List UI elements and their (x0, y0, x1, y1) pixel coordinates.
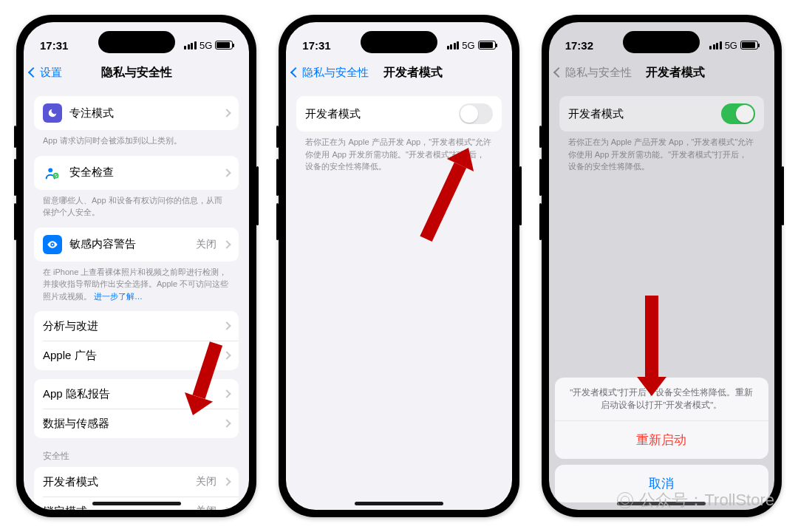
signal-icon (447, 41, 460, 50)
dynamic-island (98, 31, 175, 53)
svg-point-0 (48, 168, 52, 172)
chevron-right-icon (223, 351, 231, 359)
battery-icon (215, 41, 233, 50)
phone-2: 17:31 5G 隐私与安全性 开发者模式 开发者模式 (279, 15, 519, 517)
wechat-icon (617, 492, 633, 508)
eye-warning-icon (43, 235, 62, 254)
watermark: 公众号：TrollStore (617, 489, 774, 511)
toggle-developer-mode[interactable] (459, 103, 493, 124)
section-header-security: 安全性 (34, 438, 239, 466)
restart-button[interactable]: 重新启动 (555, 420, 768, 459)
signal-icon (184, 41, 197, 50)
row-app-privacy-report[interactable]: App 隐私报告 (34, 379, 239, 409)
back-button[interactable]: 设置 (30, 58, 62, 87)
phone-3: 17:32 5G 隐私与安全性 开发者模式 开发者模式 (542, 15, 782, 517)
nav-bar: 隐私与安全性 开发者模式 (286, 58, 511, 87)
action-sheet: "开发者模式"打开后，设备安全性将降低。重新启动设备以打开"开发者模式"。 重新… (555, 378, 768, 503)
chevron-right-icon (223, 109, 231, 117)
row-analytics[interactable]: 分析与改进 (34, 311, 239, 341)
row-sensitive-content[interactable]: 敏感内容警告 关闭 (34, 228, 239, 262)
dynamic-island (361, 31, 437, 53)
chevron-right-icon (223, 507, 231, 510)
battery-icon (478, 41, 496, 50)
chevron-left-icon (290, 67, 301, 78)
dynamic-island (623, 31, 700, 53)
chevron-left-icon (28, 67, 38, 78)
phone-1: 17:31 5G 设置 隐私与安全性 (16, 15, 256, 517)
footer-safety: 留意哪些人、App 和设备有权访问你的信息，从而保护个人安全。 (34, 190, 239, 219)
status-time: 17:31 (302, 39, 330, 52)
nav-bar: 设置 隐私与安全性 (24, 58, 249, 87)
network-label: 5G (200, 40, 212, 51)
footer-dev-mode: 若你正在为 Apple 产品开发 App，"开发者模式"允许你使用 App 开发… (296, 132, 501, 173)
safety-check-icon (43, 163, 62, 183)
chevron-right-icon (223, 168, 231, 177)
row-developer-mode[interactable]: 开发者模式 关闭 (34, 467, 239, 497)
footer-focus: App 请求访问时会被添加到以上类别。 (34, 130, 239, 147)
footer-sensitive: 在 iPhone 上查看裸体照片和视频之前即进行检测，并接收指导帮助作出安全选择… (34, 262, 239, 303)
home-indicator (355, 502, 443, 505)
chevron-right-icon (223, 389, 231, 398)
learn-more-link[interactable]: 进一步了解… (94, 292, 143, 301)
chevron-right-icon (223, 477, 231, 485)
moon-icon (43, 103, 62, 123)
chevron-right-icon (223, 321, 231, 330)
svg-point-2 (52, 243, 53, 245)
row-sensors[interactable]: 数据与传感器 (34, 409, 239, 438)
row-apple-ads[interactable]: Apple 广告 (34, 341, 239, 370)
row-safety-check[interactable]: 安全检查 (34, 156, 239, 190)
row-focus-mode[interactable]: 专注模式 (34, 96, 239, 130)
sheet-message: "开发者模式"打开后，设备安全性将降低。重新启动设备以打开"开发者模式"。 (555, 378, 768, 421)
row-dev-mode-toggle[interactable]: 开发者模式 (296, 96, 501, 132)
network-label: 5G (462, 40, 474, 51)
status-time: 17:31 (40, 39, 68, 52)
home-indicator (92, 502, 181, 505)
chevron-right-icon (223, 419, 231, 427)
chevron-right-icon (223, 240, 231, 248)
back-button[interactable]: 隐私与安全性 (292, 58, 369, 87)
page-title: 隐私与安全性 (101, 65, 172, 81)
